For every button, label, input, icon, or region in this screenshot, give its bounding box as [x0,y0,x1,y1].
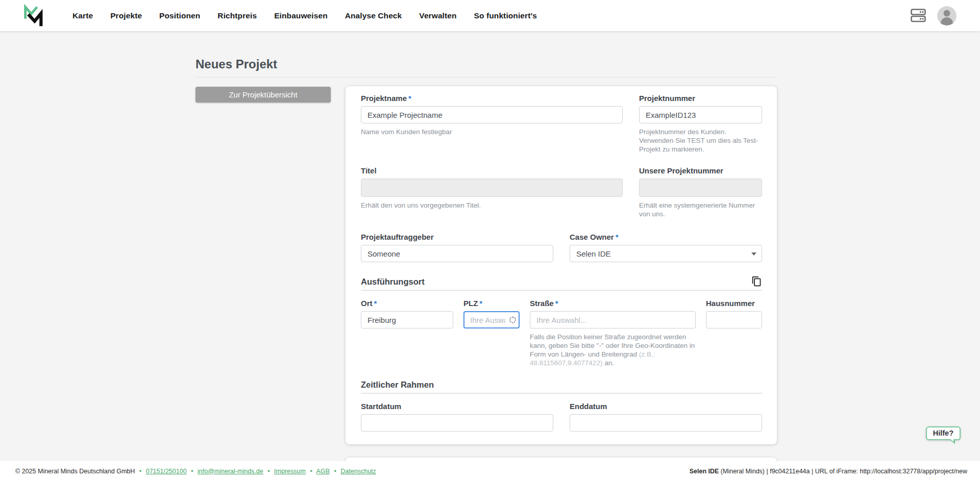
enddatum-label: Enddatum [570,402,762,411]
projektauftraggeber-input[interactable] [361,245,553,262]
footer-right: Selen IDE (Mineral Minds) | f9c04211e44a… [690,468,967,475]
chevron-down-icon [751,252,756,256]
zeitlicher-rahmen-heading: Zeitlicher Rahmen [361,380,434,390]
nav-item-karte[interactable]: Karte [72,11,93,20]
unsere-projektnummer-helper: Erhält eine systemgenerierte Nummer von … [639,201,762,218]
case-owner-select[interactable]: Selen IDE [570,245,762,262]
user-avatar-icon[interactable] [937,6,957,26]
nav-item-positionen[interactable]: Positionen [159,11,200,20]
startdatum-input[interactable] [361,414,553,432]
titel-input [361,179,623,197]
strasse-helper: Falls die Position keiner Straße zugeord… [530,333,696,367]
hausnummer-input[interactable] [706,311,762,328]
ausfuehrungsort-heading: Ausführungsort [361,277,425,287]
strasse-label: Straße* [530,299,696,308]
zur-projektuebersicht-button[interactable]: Zur Projektübersicht [195,87,331,103]
unsere-projektnummer-field-group: Unsere Projektnummer Erhält eine systemg… [639,166,762,218]
enddatum-field-group: Enddatum [570,402,762,432]
required-asterisk: * [555,299,558,308]
top-navigation: Karte Projekte Positionen Richtpreis Ein… [0,0,980,31]
unsere-projektnummer-input [639,179,762,197]
agb-link[interactable]: AGB [316,468,330,475]
projektnummer-input[interactable] [639,106,762,123]
zeitlicher-rahmen-section-header: Zeitlicher Rahmen [361,380,762,394]
projektnummer-helper: Projektnummer des Kunden. Verwenden Sie … [639,128,762,154]
projektnummer-label: Projektnummer [639,94,762,103]
hilfe-button[interactable]: Hilfe? [926,426,961,440]
title-divider [195,77,777,78]
projektauftraggeber-label: Projektauftraggeber [361,233,553,242]
titel-field-group: Titel Erhält den von uns vorgegebenen Ti… [361,166,623,218]
projektnummer-field-group: Projektnummer Projektnummer des Kunden. … [639,94,762,154]
strasse-field-group: Straße* Falls die Position keiner Straße… [530,299,696,367]
required-asterisk: * [374,299,377,308]
plz-field-group: PLZ* [463,299,520,367]
page-title: Neues Projekt [195,57,277,71]
footer-user: Selen IDE [690,468,719,475]
nav-item-projekte[interactable]: Projekte [110,11,142,20]
enddatum-input[interactable] [570,414,762,432]
required-asterisk: * [479,299,482,308]
ort-field-group: Ort* [361,299,453,367]
strasse-input[interactable] [530,311,696,328]
nav-item-so-funktionierts[interactable]: So funktioniert's [474,11,537,20]
footer-session-info: (Mineral Minds) | f9c04211e44a | URL of … [719,468,967,475]
nav-item-einbauweisen[interactable]: Einbauweisen [274,11,328,20]
projektname-helper: Name vom Kunden festlegbar [361,128,623,136]
footer: © 2025 Mineral Minds Deutschland GmbH • … [0,461,980,481]
projektauftraggeber-field-group: Projektauftraggeber [361,233,553,262]
ausfuehrungsort-section-header: Ausführungsort [361,276,762,291]
phone-link[interactable]: 07151/250100 [146,468,187,475]
nav-right-controls [911,6,980,26]
nav-item-richtpreis[interactable]: Richtpreis [217,11,257,20]
hausnummer-field-group: Hausnummer [706,299,762,367]
email-link[interactable]: info@mineral-minds.de [198,468,263,475]
plz-label: PLZ* [463,299,520,308]
server-icon[interactable] [911,9,926,22]
projektname-field-group: Projektname* Name vom Kunden festlegbar [361,94,623,154]
datenschutz-link[interactable]: Datenschutz [340,468,376,475]
titel-label: Titel [361,166,623,175]
case-owner-selected-value: Selen IDE [576,249,611,258]
nav-item-analyse-check[interactable]: Analyse Check [345,11,402,20]
hausnummer-label: Hausnummer [706,299,762,308]
startdatum-label: Startdatum [361,402,553,411]
impressum-link[interactable]: Impressum [274,468,306,475]
required-asterisk: * [408,94,411,103]
titel-helper: Erhält den von uns vorgegebenen Titel. [361,201,623,210]
startdatum-field-group: Startdatum [361,402,553,432]
new-project-form-card: Projektname* Name vom Kunden festlegbar … [346,86,777,444]
projektname-input[interactable] [361,106,623,123]
ort-label: Ort* [361,299,453,308]
projektname-label: Projektname* [361,94,623,103]
mineral-minds-logo-icon[interactable] [22,4,44,28]
copy-icon[interactable] [751,276,762,287]
case-owner-field-group: Case Owner* Selen IDE [570,233,762,262]
unsere-projektnummer-label: Unsere Projektnummer [639,166,762,175]
case-owner-label: Case Owner* [570,233,762,242]
required-asterisk: * [616,233,619,241]
main-menu: Karte Projekte Positionen Richtpreis Ein… [72,11,537,20]
footer-left: © 2025 Mineral Minds Deutschland GmbH • … [15,468,376,475]
copyright-text: © 2025 Mineral Minds Deutschland GmbH [15,468,135,475]
ort-input[interactable] [361,311,453,328]
loading-spinner-icon [509,317,516,323]
nav-item-verwalten[interactable]: Verwalten [419,11,456,20]
